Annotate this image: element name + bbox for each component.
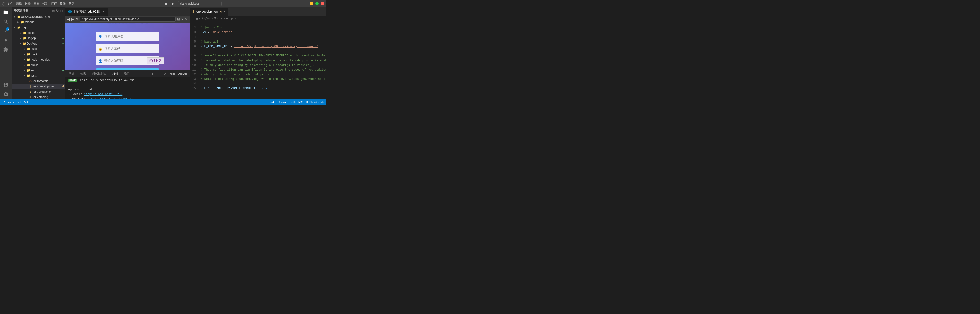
editorconfig-label: .editorconfig: [33, 79, 65, 83]
sidebar-item-env-dev[interactable]: $ .env.development M: [12, 84, 65, 89]
sidebar-item-editorconfig[interactable]: ⚙ .editorconfig: [12, 78, 65, 84]
line-num-7: 7: [190, 49, 197, 54]
root-folder-icon: 📁: [16, 15, 21, 19]
captcha-input[interactable]: [104, 59, 145, 62]
status-bar: ⎇ master ⚠ 0 ⊙ 0 node - DogVue 6:53:54 A…: [0, 99, 326, 105]
panel-terminal-name: node - DogVue: [169, 72, 187, 75]
line-num-12: 12: [190, 72, 197, 77]
new-file-button[interactable]: +: [49, 9, 51, 13]
sidebar-item-public[interactable]: ▶ 📁 public: [12, 62, 65, 68]
code-line-8: # to control whether the babel-plugin-dy…: [201, 59, 326, 62]
activity-files[interactable]: [2, 8, 10, 16]
title-bar-center: ◀ ▶: [163, 1, 222, 6]
activity-search[interactable]: [2, 18, 10, 26]
sidebar-item-src[interactable]: ▶ 📁 src ●: [12, 68, 65, 73]
window-close-button[interactable]: [321, 2, 324, 5]
username-input[interactable]: [104, 35, 157, 38]
sidebar-item-docker[interactable]: ▶ 📁 docker: [12, 30, 65, 35]
panel-tab-output[interactable]: 输出: [79, 70, 87, 77]
line-numbers: 1 2 3 4 5 6 7 8 9 10 11 12 13 14 15: [190, 21, 199, 99]
line-num-3: 3: [190, 30, 197, 35]
status-errors[interactable]: ⚠ 0: [16, 100, 21, 104]
menu-goto[interactable]: 转到: [42, 2, 48, 6]
menu-view[interactable]: 查看: [33, 2, 40, 6]
panel-more-button[interactable]: ⋯: [159, 72, 162, 76]
title-bar-left: ⬡ 文件 编辑 选择 查看 转到 运行 终端 帮助: [2, 2, 75, 6]
new-folder-button[interactable]: ⊞: [52, 9, 55, 13]
terminal-local-url[interactable]: http://localhost:9528/: [84, 93, 123, 96]
browser-forward-button[interactable]: ▶: [71, 17, 74, 21]
terminal-network-url[interactable]: http://172.16.21.187:9528/: [88, 97, 133, 99]
panel-tab-terminal[interactable]: 终端: [111, 70, 119, 77]
activity-run[interactable]: [2, 36, 10, 44]
refresh-button[interactable]: ↻: [56, 9, 59, 13]
window-maximize-button[interactable]: [315, 2, 319, 5]
panel-split-button[interactable]: ⊟: [155, 72, 158, 76]
sidebar-item-tests[interactable]: ▶ 📁 tests: [12, 73, 65, 78]
panel-add-button[interactable]: +: [151, 72, 153, 76]
menu-help[interactable]: 帮助: [68, 2, 75, 6]
panel-tab-ports[interactable]: 端口: [123, 70, 131, 77]
env-prod-label: .env.production: [33, 90, 65, 94]
right-tab-close-button[interactable]: ×: [224, 10, 226, 14]
window-minimize-button[interactable]: [310, 2, 313, 5]
sidebar-item-build[interactable]: ▶ 📁 build: [12, 46, 65, 52]
tab-preview[interactable]: 🌐 本地预览(node:9528) ×: [65, 8, 108, 16]
menu-bar: 文件 编辑 选择 查看 转到 运行 终端 帮助: [7, 2, 75, 6]
status-warnings[interactable]: ⊙ 0: [24, 100, 28, 104]
code-line-13: [201, 82, 202, 85]
env-dev-icon: $: [28, 85, 33, 88]
login-button[interactable]: 登 录: [96, 69, 159, 70]
nav-forward-button[interactable]: ▶: [170, 1, 176, 6]
env-staging-icon: $: [28, 96, 33, 99]
right-tab-env-dev[interactable]: $ .env.development M ×: [190, 8, 228, 16]
sidebar-item-dogvue[interactable]: ▼ 📂 DogVue ●: [12, 41, 65, 46]
dog-folder-icon: 📁: [16, 26, 21, 29]
menu-run[interactable]: 运行: [51, 2, 57, 6]
browser-more-button[interactable]: ✕: [185, 17, 188, 21]
tab-preview-close[interactable]: ×: [102, 10, 105, 13]
build-arrow: ▶: [22, 48, 26, 50]
code-line-11: # when you have a large number of pages.: [201, 73, 271, 76]
browser-open-button[interactable]: ⊡: [177, 17, 180, 21]
code-editor[interactable]: 1 2 3 4 5 6 7 8 9 10 11 12 13 14 15 # ju…: [190, 21, 326, 99]
menu-terminal[interactable]: 终端: [60, 2, 66, 6]
panel-tab-problems[interactable]: 问题: [68, 70, 75, 77]
browser-back-button[interactable]: ◀: [67, 17, 70, 21]
url-bar-input[interactable]: [80, 17, 176, 22]
nav-back-button[interactable]: ◀: [163, 1, 169, 6]
sidebar-item-vscode[interactable]: ▶ 📁 .vscode: [12, 19, 65, 25]
activity-extensions[interactable]: [2, 45, 10, 54]
status-right: node - DogVue 6:53:54 AM CSDN @avortx: [269, 100, 324, 104]
terminal-network-label: - Network:: [68, 97, 88, 99]
sidebar-item-mock[interactable]: ▶ 📁 mock: [12, 52, 65, 57]
menu-edit[interactable]: 编辑: [16, 2, 22, 6]
dogvue-badge: ●: [62, 42, 64, 45]
password-input[interactable]: [104, 47, 157, 50]
menu-file[interactable]: 文件: [7, 2, 13, 6]
terminal-local-label: - Local:: [68, 93, 84, 96]
browser-help-button[interactable]: ?: [181, 17, 183, 21]
activity-accounts[interactable]: [2, 81, 10, 89]
line-num-15: 15: [190, 86, 197, 91]
activity-settings[interactable]: [2, 90, 10, 98]
sidebar-item-env-staging[interactable]: $ .env.staging: [12, 94, 65, 99]
panel-content: DONE Compiled successfully in 4787ms App…: [65, 77, 190, 99]
code-line-6: [201, 49, 202, 53]
sidebar-item-env-prod[interactable]: $ .env.production: [12, 89, 65, 94]
status-branch[interactable]: ⎇ master: [2, 100, 14, 104]
panel-close-button[interactable]: ✕: [164, 72, 167, 76]
sidebar-item-root[interactable]: ▼ 📁 CLANG-QUICKSTART: [12, 14, 65, 19]
panel-tab-debug[interactable]: 调试控制台: [91, 70, 108, 77]
breadcrumb-file: $ .env.development: [214, 16, 239, 20]
src-folder-icon: 📁: [26, 69, 31, 72]
menu-select[interactable]: 选择: [25, 2, 31, 6]
collapse-button[interactable]: ⊟: [60, 9, 63, 13]
activity-git[interactable]: ⎇ 41: [2, 27, 10, 35]
sidebar-item-dog[interactable]: ▼ 📁 dog: [12, 25, 65, 30]
sidebar-item-dogapi[interactable]: ▶ 📁 DogApi ●: [12, 35, 65, 41]
global-search-input[interactable]: [178, 1, 222, 6]
browser-content: 后台管理工具 👤 🔒 👤 6OPZ 登 录: [65, 22, 190, 70]
sidebar-item-node-modules[interactable]: ▶ 📁 node_modules: [12, 57, 65, 62]
browser-refresh-button[interactable]: ↻: [75, 17, 78, 21]
